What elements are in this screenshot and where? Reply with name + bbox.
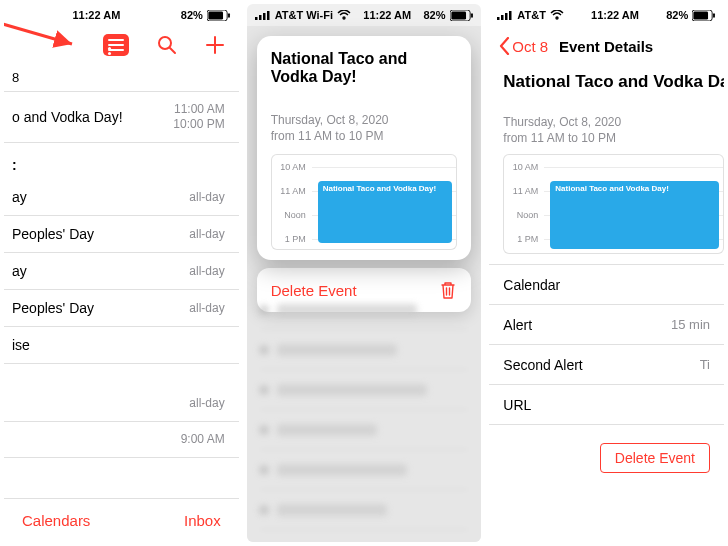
svg-rect-21	[713, 13, 715, 18]
svg-rect-11	[267, 11, 270, 20]
svg-rect-18	[509, 11, 512, 20]
wifi-icon	[337, 10, 351, 20]
svg-rect-8	[255, 17, 258, 20]
battery-icon	[207, 10, 231, 21]
section-header: :	[4, 143, 239, 179]
timeline-event-block: National Taco and Vodka Day!	[318, 181, 453, 243]
event-times: 11:00 AM 10:00 PM	[173, 102, 224, 132]
toolbar	[4, 26, 239, 64]
screen-event-details: AT&T 11:22 AM 82% Oct 8 Event Details Na…	[489, 4, 724, 542]
svg-rect-17	[505, 13, 508, 20]
event-title: National Taco and Vodka Day!	[503, 72, 724, 92]
list-item[interactable]: ay all-day	[4, 179, 239, 216]
status-bar: 11:22 AM 82%	[4, 4, 239, 26]
blurred-background-list	[247, 286, 482, 542]
event-title: National Taco and Vodka Day!	[271, 50, 458, 86]
event-datetime: Thursday, Oct 8, 2020 from 11 AM to 10 P…	[271, 112, 458, 144]
nav-bar: Oct 8 Event Details	[489, 26, 724, 66]
list-item[interactable]: all-day	[4, 386, 239, 422]
svg-rect-16	[501, 15, 504, 20]
svg-rect-14	[471, 13, 473, 18]
svg-point-4	[159, 37, 171, 49]
event-datetime: Thursday, Oct 8, 2020 from 11 AM to 10 P…	[489, 92, 724, 154]
timeline-preview: 10 AM 11 AM Noon 1 PM National Taco and …	[271, 154, 458, 250]
svg-rect-10	[263, 13, 266, 20]
list-item[interactable]: o and Vodka Day! 11:00 AM 10:00 PM	[4, 91, 239, 143]
bottom-toolbar: Calendars Inbox	[4, 498, 239, 542]
signal-icon	[255, 10, 271, 20]
list-item[interactable]: 9:00 AM	[4, 422, 239, 458]
second-alert-cell[interactable]: Second Alert Ti	[489, 345, 724, 385]
calendar-cell[interactable]: Calendar	[489, 265, 724, 305]
svg-rect-13	[451, 11, 466, 19]
add-event-icon[interactable]	[205, 35, 225, 55]
screen-list-view: 11:22 AM 82% 8 o and Vodka Day! 11:00 AM…	[4, 4, 239, 542]
calendars-button[interactable]: Calendars	[22, 512, 90, 529]
list-item[interactable]: Peoples' Day all-day	[4, 290, 239, 327]
status-bar: AT&T Wi-Fi 11:22 AM 82%	[247, 4, 482, 26]
timeline-event-block: National Taco and Vodka Day!	[550, 181, 719, 249]
battery-percentage: 82%	[423, 9, 445, 21]
svg-rect-20	[694, 11, 709, 19]
event-title: o and Vodka Day!	[12, 109, 123, 125]
carrier-label: AT&T Wi-Fi	[275, 9, 333, 21]
wifi-icon	[550, 10, 564, 20]
date-header: 8	[4, 64, 239, 91]
svg-line-5	[170, 48, 175, 53]
screen-context-menu: AT&T Wi-Fi 11:22 AM 82% National Taco an…	[247, 4, 482, 542]
status-time: 11:22 AM	[351, 9, 423, 21]
inbox-button[interactable]: Inbox	[184, 512, 221, 529]
status-time: 11:22 AM	[12, 9, 181, 21]
battery-icon	[692, 10, 716, 21]
status-time: 11:22 AM	[564, 9, 666, 21]
battery-percentage: 82%	[181, 9, 203, 21]
details-list: Calendar Alert 15 min Second Alert Ti UR…	[489, 264, 724, 425]
list-item[interactable]: ise	[4, 327, 239, 364]
list-item[interactable]: ay all-day	[4, 253, 239, 290]
second-alert-value: Ti	[700, 357, 710, 372]
event-preview-card[interactable]: National Taco and Vodka Day! Thursday, O…	[257, 36, 472, 260]
svg-rect-9	[259, 15, 262, 20]
svg-rect-2	[228, 13, 230, 18]
delete-event-button[interactable]: Delete Event	[600, 443, 710, 473]
url-cell[interactable]: URL	[489, 385, 724, 425]
carrier-label: AT&T	[517, 9, 546, 21]
tutorial-arrow	[4, 20, 94, 60]
battery-percentage: 82%	[666, 9, 688, 21]
list-view-button[interactable]	[103, 34, 129, 56]
alert-value: 15 min	[671, 317, 710, 332]
battery-icon	[450, 10, 474, 21]
status-bar: AT&T 11:22 AM 82%	[489, 4, 724, 26]
svg-rect-1	[208, 11, 223, 19]
timeline-preview: 10 AM 11 AM Noon 1 PM National Taco and …	[503, 154, 724, 254]
search-icon[interactable]	[157, 35, 177, 55]
svg-rect-15	[497, 17, 500, 20]
list-item[interactable]: Peoples' Day all-day	[4, 216, 239, 253]
nav-title: Event Details	[498, 38, 714, 55]
event-list[interactable]: o and Vodka Day! 11:00 AM 10:00 PM : ay …	[4, 91, 239, 498]
event-header: National Taco and Vodka Day!	[489, 66, 724, 92]
alert-cell[interactable]: Alert 15 min	[489, 305, 724, 345]
signal-icon	[497, 10, 513, 20]
